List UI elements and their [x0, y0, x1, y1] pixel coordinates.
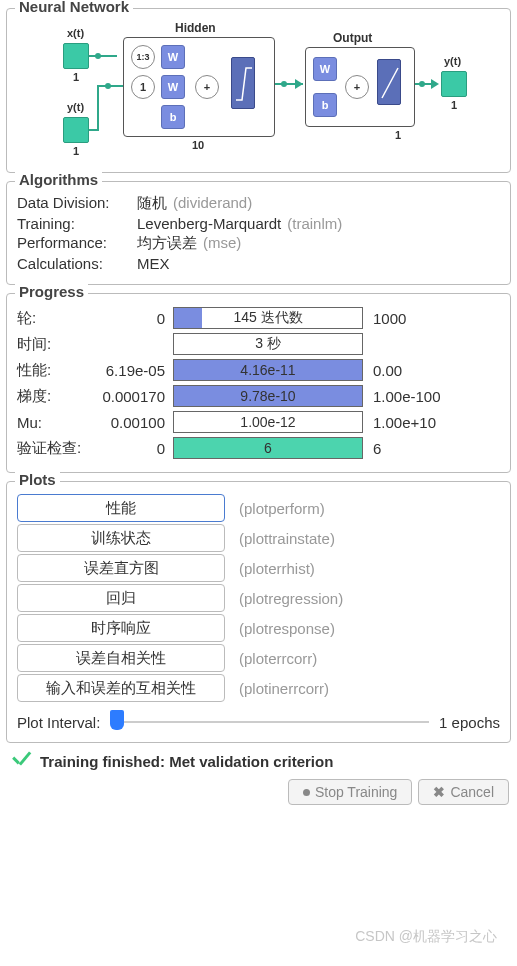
progress-bar-text: 9.78e-10: [174, 386, 362, 406]
output-count: 1: [395, 129, 401, 141]
progress-name: 性能:: [17, 361, 93, 380]
progress-max: 0.00: [373, 362, 402, 379]
status-row: Training finished: Met validation criter…: [12, 751, 509, 771]
progress-bar-text: 6: [174, 438, 362, 458]
close-icon: ✖: [433, 784, 445, 800]
progress-name: 轮:: [17, 309, 93, 328]
plot-interval-value: 1 epochs: [439, 714, 500, 731]
plot-button[interactable]: 输入和误差的互相关性: [17, 674, 225, 702]
wire: [89, 55, 117, 57]
cancel-label: Cancel: [450, 784, 494, 800]
delay-node-1: 1:3: [131, 45, 155, 69]
plot-button[interactable]: 误差自相关性: [17, 644, 225, 672]
output-yt-block: [441, 71, 467, 97]
plot-function-name: (plotregression): [239, 590, 343, 607]
plot-function-name: (ploterrhist): [239, 560, 315, 577]
progress-bar: 145 迭代数: [173, 307, 363, 329]
progress-min: 0: [93, 310, 173, 327]
section-title: Progress: [15, 283, 88, 300]
input-yt-label: y(t): [67, 101, 84, 113]
neural-network-section: Neural Network x(t) 1 y(t) 1 Hidden 1:3 …: [6, 8, 511, 173]
plot-row: 输入和误差的互相关性(plotinerrcorr): [17, 674, 500, 702]
output-yt-num: 1: [451, 99, 457, 111]
section-title: Neural Network: [15, 0, 133, 15]
progress-bar: 6: [173, 437, 363, 459]
wire-dot: [419, 81, 425, 87]
progress-bar-text: 1.00e-12: [174, 412, 362, 432]
plot-row: 性能(plotperform): [17, 494, 500, 522]
progress-min: 0: [93, 440, 173, 457]
wire-dot: [105, 83, 111, 89]
plot-function-name: (plottrainstate): [239, 530, 335, 547]
algo-row-performance: Performance: 均方误差 (mse): [17, 234, 500, 253]
plots-section: Plots 性能(plotperform)训练状态(plottrainstate…: [6, 481, 511, 743]
hidden-count: 10: [192, 139, 204, 151]
section-title: Plots: [15, 471, 60, 488]
progress-name: Mu:: [17, 414, 93, 431]
progress-row: 轮:0145 迭代数1000: [17, 306, 500, 330]
output-yt-label: y(t): [444, 55, 461, 67]
plot-row: 误差直方图(ploterrhist): [17, 554, 500, 582]
wire: [89, 129, 97, 131]
progress-bar: 4.16e-11: [173, 359, 363, 381]
delay-node-2: 1: [131, 75, 155, 99]
weight-w2: W: [161, 75, 185, 99]
network-diagram: x(t) 1 y(t) 1 Hidden 1:3 W 1 W b + 10 Ou…: [17, 17, 500, 162]
plot-function-name: (plotinerrcorr): [239, 680, 329, 697]
progress-section: Progress 轮:0145 迭代数1000时间:3 秒性能:6.19e-05…: [6, 293, 511, 473]
plot-interval-label: Plot Interval:: [17, 714, 100, 731]
plot-button[interactable]: 性能: [17, 494, 225, 522]
algo-value: MEX: [137, 255, 170, 272]
wire-dot: [95, 53, 101, 59]
activation-output: [377, 59, 401, 105]
check-icon: [12, 751, 32, 771]
arrow-icon: [431, 79, 439, 89]
arrow-icon: [295, 79, 303, 89]
plot-button[interactable]: 误差直方图: [17, 554, 225, 582]
output-label: Output: [333, 31, 372, 45]
plot-button[interactable]: 时序响应: [17, 614, 225, 642]
progress-bar-text: 4.16e-11: [174, 360, 362, 380]
status-text: Training finished: Met validation criter…: [40, 753, 333, 770]
wire: [97, 85, 99, 131]
progress-name: 验证检查:: [17, 439, 93, 458]
plot-button[interactable]: 训练状态: [17, 524, 225, 552]
algo-label: Performance:: [17, 234, 137, 253]
progress-max: 1000: [373, 310, 406, 327]
progress-bar: 3 秒: [173, 333, 363, 355]
progress-min: 0.000170: [93, 388, 173, 405]
bias-b-out: b: [313, 93, 337, 117]
progress-row: 验证检查:066: [17, 436, 500, 460]
algo-value: 均方误差: [137, 234, 197, 253]
progress-min: 6.19e-05: [93, 362, 173, 379]
progress-name: 梯度:: [17, 387, 93, 406]
algo-label: Calculations:: [17, 255, 137, 272]
progress-bar: 9.78e-10: [173, 385, 363, 407]
progress-name: 时间:: [17, 335, 93, 354]
algo-value: Levenberg-Marquardt: [137, 215, 281, 232]
progress-row: 性能:6.19e-054.16e-110.00: [17, 358, 500, 382]
plot-button[interactable]: 回归: [17, 584, 225, 612]
algo-row-calculations: Calculations: MEX: [17, 255, 500, 272]
progress-bar-text: 3 秒: [174, 334, 362, 354]
plot-interval-row: Plot Interval: 1 epochs: [17, 712, 500, 732]
progress-max: 6: [373, 440, 381, 457]
progress-bar-text: 145 迭代数: [174, 308, 362, 328]
stop-training-button[interactable]: Stop Training: [288, 779, 413, 805]
progress-bar: 1.00e-12: [173, 411, 363, 433]
algorithms-section: Algorithms Data Division: 随机 (dividerand…: [6, 181, 511, 285]
progress-max: 1.00e+10: [373, 414, 436, 431]
plot-interval-slider[interactable]: [110, 712, 429, 732]
sum-hidden: +: [195, 75, 219, 99]
algo-row-training: Training: Levenberg-Marquardt (trainlm): [17, 215, 500, 232]
algo-value: 随机: [137, 194, 167, 213]
plot-row: 时序响应(plotresponse): [17, 614, 500, 642]
plot-row: 训练状态(plottrainstate): [17, 524, 500, 552]
bias-b-hidden: b: [161, 105, 185, 129]
progress-max: 1.00e-100: [373, 388, 441, 405]
cancel-button[interactable]: ✖ Cancel: [418, 779, 509, 805]
progress-min: 0.00100: [93, 414, 173, 431]
algo-tag: (trainlm): [287, 215, 342, 232]
weight-w1: W: [161, 45, 185, 69]
input-yt-block: [63, 117, 89, 143]
